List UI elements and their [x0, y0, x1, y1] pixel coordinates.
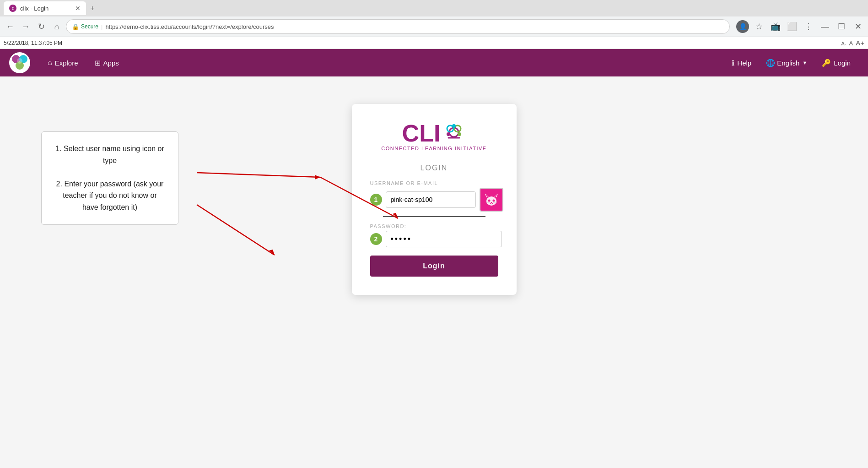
new-tab-button[interactable]: +: [86, 2, 99, 15]
active-tab[interactable]: c clix - Login ✕: [4, 1, 86, 15]
svg-point-17: [488, 200, 490, 202]
help-label: Help: [737, 59, 751, 67]
tab-close-button[interactable]: ✕: [75, 5, 81, 12]
font-large-button[interactable]: A+: [856, 39, 864, 47]
browser-right-icons: 👤 ☆ 📺 ⬜ ⋮ — ☐ ✕: [736, 20, 864, 33]
cast-icon[interactable]: 📺: [769, 20, 782, 33]
username-input[interactable]: [386, 191, 476, 208]
svg-point-3: [17, 58, 22, 64]
svg-line-28: [197, 205, 275, 255]
font-small-button[interactable]: A-: [841, 41, 846, 46]
svg-point-19: [491, 202, 492, 203]
login-nav-item[interactable]: 🔑 Login: [814, 49, 859, 76]
bookmark-icon[interactable]: ☆: [753, 20, 766, 33]
explore-nav-item[interactable]: ⌂ Explore: [39, 49, 86, 76]
secure-label: Secure: [81, 23, 98, 30]
login-section-title: LOGIN: [370, 164, 498, 172]
secure-badge: 🔒 Secure: [72, 23, 98, 30]
help-nav-item[interactable]: ℹ Help: [723, 49, 760, 76]
app-logo[interactable]: [9, 52, 30, 73]
address-bar-row: ← → ↻ ⌂ 🔒 Secure | https://demo-clix.tis…: [0, 16, 868, 37]
datetime-bar: 5/22/2018, 11:37:05 PM A- A A+: [0, 37, 868, 49]
main-content: 1. Select user name using icon or type 2…: [0, 76, 868, 452]
svg-marker-25: [315, 175, 320, 180]
globe-icon: 🌐: [766, 59, 775, 67]
key-icon: 🔑: [822, 59, 831, 67]
svg-point-8: [452, 124, 456, 128]
forward-button[interactable]: →: [19, 20, 32, 33]
cli-brand: C L I CONNECTED LEARNING INITIATIVE: [370, 120, 498, 159]
svg-point-9: [447, 132, 450, 136]
tab-title: clix - Login: [20, 5, 49, 12]
apps-icon: ⊞: [95, 59, 101, 67]
svg-point-18: [492, 200, 495, 202]
step2-badge: 2: [370, 233, 382, 245]
dropdown-chevron-icon: ▼: [802, 60, 807, 65]
lock-icon: 🔒: [72, 23, 79, 30]
language-dropdown[interactable]: 🌐 English ▼: [761, 59, 812, 67]
apps-nav-item[interactable]: ⊞ Apps: [86, 49, 127, 76]
field-divider: [383, 216, 485, 217]
font-size-controls: A- A A+: [841, 39, 864, 47]
resize-icon[interactable]: ⬜: [786, 20, 798, 33]
step1-badge: 1: [370, 194, 382, 206]
more-icon[interactable]: ⋮: [802, 20, 815, 33]
instruction-step2: 2. Enter your password (ask your teacher…: [54, 178, 165, 213]
url-display: https://demo-clix.tiss.edu/accounts/logi…: [105, 23, 274, 30]
help-icon: ℹ: [732, 59, 734, 67]
explore-label: Explore: [55, 59, 78, 67]
login-card: C L I CONNECTED LEARNING INITIATIVE: [352, 104, 517, 295]
svg-marker-29: [269, 250, 275, 255]
password-input-row: 2: [370, 231, 498, 247]
svg-line-24: [197, 173, 320, 177]
refresh-button[interactable]: ↻: [35, 20, 48, 33]
password-label: PASSWORD:: [370, 223, 498, 229]
cat-avatar-icon: [483, 191, 500, 208]
tab-favicon: c: [9, 5, 16, 12]
username-field-group: USERNAME OR E-MAIL 1: [370, 180, 498, 217]
instruction-box: 1. Select user name using icon or type 2…: [41, 131, 178, 225]
home-button[interactable]: ⌂: [50, 20, 63, 33]
cli-symbol-icon: [442, 120, 466, 146]
maximize-icon[interactable]: ☐: [835, 20, 848, 33]
svg-point-10: [458, 132, 461, 136]
username-input-row: 1: [370, 188, 498, 212]
instruction-step1: 1. Select user name using icon or type: [54, 143, 165, 166]
app-navbar: ⌂ Explore ⊞ Apps ℹ Help 🌐 English ▼ 🔑 Lo…: [0, 49, 868, 76]
username-label: USERNAME OR E-MAIL: [370, 180, 498, 186]
explore-icon: ⌂: [48, 59, 52, 67]
password-input[interactable]: [386, 231, 502, 247]
logo-svg: [11, 54, 29, 72]
language-label: English: [777, 59, 799, 67]
user-account-icon[interactable]: 👤: [736, 20, 749, 33]
nav-right: ℹ Help 🌐 English ▼ 🔑 Login: [723, 49, 859, 76]
cli-logo-text: C L I: [402, 120, 466, 146]
datetime-display: 5/22/2018, 11:37:05 PM: [4, 40, 62, 46]
address-box[interactable]: 🔒 Secure | https://demo-clix.tiss.edu/ac…: [66, 19, 730, 34]
password-field-group: PASSWORD: 2: [370, 223, 498, 247]
cli-subtitle: CONNECTED LEARNING INITIATIVE: [381, 146, 486, 151]
login-button[interactable]: Login: [370, 256, 498, 277]
login-nav-label: Login: [834, 59, 851, 67]
back-button[interactable]: ←: [4, 20, 16, 33]
browser-chrome: c clix - Login ✕ + ← → ↻ ⌂ 🔒 Secure | ht…: [0, 0, 868, 37]
font-medium-button[interactable]: A: [849, 40, 853, 47]
close-window-icon[interactable]: ✕: [852, 20, 864, 33]
tab-bar: c clix - Login ✕ +: [0, 0, 868, 16]
apps-label: Apps: [103, 59, 119, 67]
minimize-icon[interactable]: —: [819, 20, 831, 33]
avatar-selector-button[interactable]: [480, 188, 503, 212]
